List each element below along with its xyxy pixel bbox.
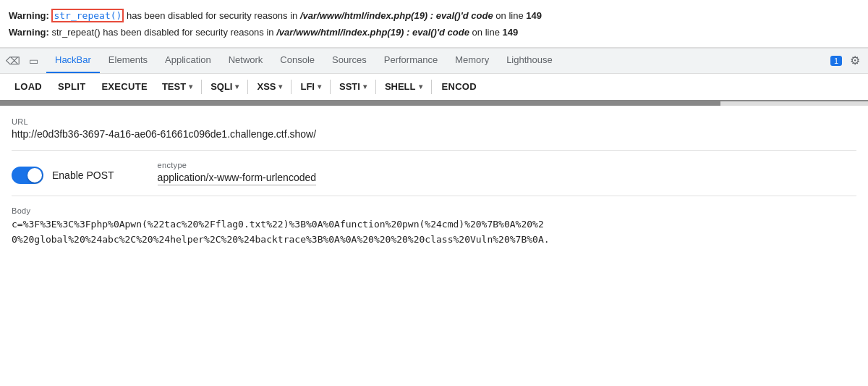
warning-suffix-1: on line: [495, 10, 526, 21]
warning-line-1: Warning: str_repeat() has been disabled …: [9, 7, 859, 24]
tab-sources[interactable]: Sources: [323, 49, 375, 73]
toolbar-separator-2: [247, 80, 248, 94]
lfi-arrow-icon: ▾: [318, 83, 321, 91]
lfi-label: LFI: [300, 81, 315, 92]
url-value: http://e0d3fb36-3697-4a16-ae06-61661c096…: [12, 128, 856, 140]
execute-button[interactable]: EXECUTE: [94, 77, 155, 96]
ssti-dropdown[interactable]: SSTI ▾: [333, 77, 373, 96]
warning-line-2: Warning: str_repeat() has been disabled …: [9, 24, 859, 41]
test-dropdown[interactable]: TEST ▾: [156, 77, 198, 96]
warning-highlight-box: str_repeat(): [51, 9, 124, 22]
tabs-right-controls: 1 ⚙: [830, 52, 864, 70]
notification-badge: 1: [830, 56, 842, 66]
url-label: URL: [12, 117, 856, 126]
shell-dropdown[interactable]: SHELL ▾: [379, 77, 428, 96]
main-content: URL http://e0d3fb36-3697-4a16-ae06-61661…: [0, 106, 868, 259]
load-button[interactable]: LOAD: [7, 77, 49, 96]
sqli-label: SQLI: [210, 81, 232, 92]
inspect-icon[interactable]: ⌫: [4, 52, 22, 70]
body-label: Body: [12, 206, 856, 215]
toolbar-separator-5: [375, 80, 376, 94]
tab-performance[interactable]: Performance: [375, 49, 446, 73]
toolbar-separator-1: [201, 80, 202, 94]
tab-application[interactable]: Application: [156, 49, 220, 73]
sqli-dropdown[interactable]: SQLI ▾: [205, 77, 244, 96]
enable-post-toggle[interactable]: [12, 167, 43, 184]
warning-path-1: /var/www/html/index.php(19) : eval()'d c…: [300, 10, 493, 21]
warning-line-num-1: 149: [526, 10, 542, 21]
shell-label: SHELL: [385, 81, 416, 92]
warning-text-2: str_repeat() has been disabled for secur…: [51, 27, 276, 38]
sqli-arrow-icon: ▾: [235, 83, 239, 91]
enable-post-label: Enable POST: [52, 169, 114, 181]
post-enctype-row: Enable POST enctype application/x-www-fo…: [12, 161, 856, 185]
enctype-value: application/x-www-form-urlencoded: [158, 172, 316, 185]
toolbar-separator-6: [431, 80, 432, 94]
tab-memory[interactable]: Memory: [446, 49, 498, 73]
xss-dropdown[interactable]: XSS ▾: [251, 77, 288, 96]
encod-button[interactable]: ENCOD: [435, 77, 484, 96]
lfi-dropdown[interactable]: LFI ▾: [294, 77, 327, 96]
warning-line-num-2: 149: [502, 27, 518, 38]
test-arrow-icon: ▾: [189, 83, 192, 91]
url-section: URL http://e0d3fb36-3697-4a16-ae06-61661…: [12, 117, 856, 140]
tab-console[interactable]: Console: [271, 49, 323, 73]
post-divider: [12, 196, 856, 196]
body-section: Body c=%3F%3E%3C%3Fphp%0Apwn(%22tac%20%2…: [12, 206, 856, 248]
ssti-label: SSTI: [339, 81, 360, 92]
tab-elements[interactable]: Elements: [100, 49, 156, 73]
warning-text-1: has been disabled for security reasons i…: [127, 10, 300, 21]
toolbar-separator-3: [291, 80, 292, 94]
tab-hackbar[interactable]: HackBar: [46, 49, 100, 73]
tab-network[interactable]: Network: [220, 49, 272, 73]
xss-label: XSS: [257, 81, 276, 92]
warning-suffix-2: on line: [472, 27, 503, 38]
enctype-section: enctype application/x-www-form-urlencode…: [158, 161, 316, 185]
ssti-arrow-icon: ▾: [363, 83, 367, 91]
devtools-icon-group: ⌫ ▭: [4, 52, 42, 70]
warning-label-2: Warning:: [9, 27, 49, 38]
xss-arrow-icon: ▾: [278, 83, 282, 91]
warning-section: Warning: str_repeat() has been disabled …: [0, 0, 868, 48]
url-divider: [12, 150, 856, 151]
shell-arrow-icon: ▾: [419, 83, 422, 91]
warning-label-1: Warning:: [9, 10, 49, 21]
enctype-label: enctype: [158, 161, 316, 169]
warning-path-2: /var/www/html/index.php(19) : eval()'d c…: [276, 27, 469, 38]
body-line-1: c=%3F%3E%3C%3Fphp%0Apwn(%22tac%20%2Fflag…: [12, 217, 856, 232]
settings-icon[interactable]: ⚙: [846, 52, 864, 70]
tab-lighthouse[interactable]: Lighthouse: [498, 49, 561, 73]
device-icon[interactable]: ▭: [25, 52, 42, 70]
toggle-knob: [27, 168, 42, 182]
devtools-tabs-bar: ⌫ ▭ HackBar Elements Application Network…: [0, 48, 868, 74]
test-label: TEST: [162, 81, 186, 92]
split-button[interactable]: SPLIT: [51, 77, 93, 96]
hackbar-toolbar: LOAD SPLIT EXECUTE TEST ▾ SQLI ▾ XSS ▾ L…: [0, 74, 868, 101]
body-line-2: 0%20global%20%24abc%2C%20%24helper%2C%20…: [12, 232, 856, 248]
toolbar-separator-4: [330, 80, 331, 94]
toggle-section: Enable POST: [12, 161, 114, 184]
tabs-list: HackBar Elements Application Network Con…: [46, 49, 830, 73]
